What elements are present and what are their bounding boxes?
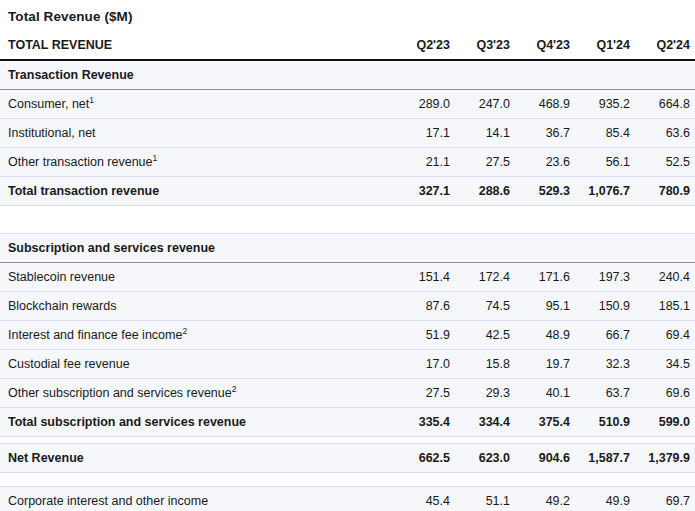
cell-value: 510.9 xyxy=(575,408,635,437)
cell-value: 1,379.9 xyxy=(635,444,695,473)
cell-value: 150.9 xyxy=(575,292,635,321)
cell-value: 247.0 xyxy=(455,90,515,119)
column-header-q2-24: Q2'24 xyxy=(635,38,695,60)
cell-value: 63.7 xyxy=(575,379,635,408)
cell-value xyxy=(395,60,455,90)
row-label: Other subscription and services revenue2 xyxy=(0,379,395,408)
revenue-statement-page: Total Revenue ($M) TOTAL REVENUE Q2'23 Q… xyxy=(0,0,695,511)
cell-value: 599.0 xyxy=(635,408,695,437)
cell-value: 780.9 xyxy=(635,177,695,206)
cell-value: 14.1 xyxy=(455,119,515,148)
table-row: Transaction Revenue xyxy=(0,60,695,90)
row-label: Stablecoin revenue xyxy=(0,263,395,292)
cell-value xyxy=(515,234,575,263)
cell-value: 49.9 xyxy=(575,487,635,511)
page-title: Total Revenue ($M) xyxy=(0,0,695,24)
cell-value: 21.1 xyxy=(395,148,455,177)
table-row: Other subscription and services revenue2… xyxy=(0,379,695,408)
table-row: Stablecoin revenue151.4172.4171.6197.324… xyxy=(0,263,695,292)
cell-value: 664.8 xyxy=(635,90,695,119)
footnote-marker: 2 xyxy=(182,326,187,336)
cell-value: 34.5 xyxy=(635,350,695,379)
cell-value: 197.3 xyxy=(575,263,635,292)
cell-value: 56.1 xyxy=(575,148,635,177)
cell-value: 171.6 xyxy=(515,263,575,292)
cell-value: 529.3 xyxy=(515,177,575,206)
cell-value: 69.4 xyxy=(635,321,695,350)
cell-value: 51.1 xyxy=(455,487,515,511)
cell-value: 40.1 xyxy=(515,379,575,408)
table-row: Custodial fee revenue17.015.819.732.334.… xyxy=(0,350,695,379)
cell-value: 36.7 xyxy=(515,119,575,148)
cell-value: 1,587.7 xyxy=(575,444,635,473)
row-label: Interest and finance fee income2 xyxy=(0,321,395,350)
cell-value: 327.1 xyxy=(395,177,455,206)
cell-value: 95.1 xyxy=(515,292,575,321)
row-label: Other transaction revenue1 xyxy=(0,148,395,177)
footnote-marker: 1 xyxy=(153,153,158,163)
footnote-marker: 2 xyxy=(232,384,237,394)
row-label: Consumer, net1 xyxy=(0,90,395,119)
table-row: Total transaction revenue327.1288.6529.3… xyxy=(0,177,695,206)
cell-value xyxy=(455,234,515,263)
cell-value: 172.4 xyxy=(455,263,515,292)
spacer-cell xyxy=(0,206,695,234)
cell-value: 49.2 xyxy=(515,487,575,511)
spacer-cell xyxy=(0,473,695,487)
row-label: Custodial fee revenue xyxy=(0,350,395,379)
cell-value: 662.5 xyxy=(395,444,455,473)
cell-value: 19.7 xyxy=(515,350,575,379)
revenue-table: TOTAL REVENUE Q2'23 Q3'23 Q4'23 Q1'24 Q2… xyxy=(0,38,695,511)
spacer-row xyxy=(0,437,695,444)
table-row: Interest and finance fee income251.942.5… xyxy=(0,321,695,350)
table-header-row: TOTAL REVENUE Q2'23 Q3'23 Q4'23 Q1'24 Q2… xyxy=(0,38,695,60)
cell-value: 48.9 xyxy=(515,321,575,350)
table-row: Total subscription and services revenue3… xyxy=(0,408,695,437)
cell-value: 63.6 xyxy=(635,119,695,148)
cell-value: 17.1 xyxy=(395,119,455,148)
cell-value: 904.6 xyxy=(515,444,575,473)
cell-value: 85.4 xyxy=(575,119,635,148)
column-header-q2-23: Q2'23 xyxy=(395,38,455,60)
table-header-label: TOTAL REVENUE xyxy=(0,38,395,60)
cell-value xyxy=(575,60,635,90)
table-row: Corporate interest and other income45.45… xyxy=(0,487,695,511)
cell-value xyxy=(455,60,515,90)
cell-value: 185.1 xyxy=(635,292,695,321)
cell-value: 32.3 xyxy=(575,350,635,379)
cell-value: 51.9 xyxy=(395,321,455,350)
cell-value: 334.4 xyxy=(455,408,515,437)
cell-value: 288.6 xyxy=(455,177,515,206)
cell-value: 335.4 xyxy=(395,408,455,437)
cell-value: 87.6 xyxy=(395,292,455,321)
cell-value: 29.3 xyxy=(455,379,515,408)
table-row: Net Revenue662.5623.0904.61,587.71,379.9 xyxy=(0,444,695,473)
cell-value xyxy=(395,234,455,263)
cell-value: 240.4 xyxy=(635,263,695,292)
cell-value: 27.5 xyxy=(455,148,515,177)
cell-value: 23.6 xyxy=(515,148,575,177)
cell-value xyxy=(635,60,695,90)
cell-value: 15.8 xyxy=(455,350,515,379)
row-label: Transaction Revenue xyxy=(0,60,395,90)
row-label: Blockchain rewards xyxy=(0,292,395,321)
row-label: Institutional, net xyxy=(0,119,395,148)
row-label: Corporate interest and other income xyxy=(0,487,395,511)
spacer-row xyxy=(0,473,695,487)
cell-value: 17.0 xyxy=(395,350,455,379)
cell-value: 935.2 xyxy=(575,90,635,119)
footnote-marker: 1 xyxy=(89,95,94,105)
cell-value: 468.9 xyxy=(515,90,575,119)
row-label: Net Revenue xyxy=(0,444,395,473)
revenue-table-body: Transaction RevenueConsumer, net1289.024… xyxy=(0,60,695,511)
cell-value: 27.5 xyxy=(395,379,455,408)
cell-value: 69.7 xyxy=(635,487,695,511)
cell-value: 42.5 xyxy=(455,321,515,350)
column-header-q3-23: Q3'23 xyxy=(455,38,515,60)
cell-value xyxy=(575,234,635,263)
table-row: Institutional, net17.114.136.785.463.6 xyxy=(0,119,695,148)
cell-value: 151.4 xyxy=(395,263,455,292)
cell-value: 69.6 xyxy=(635,379,695,408)
cell-value: 45.4 xyxy=(395,487,455,511)
table-row: Consumer, net1289.0247.0468.9935.2664.8 xyxy=(0,90,695,119)
